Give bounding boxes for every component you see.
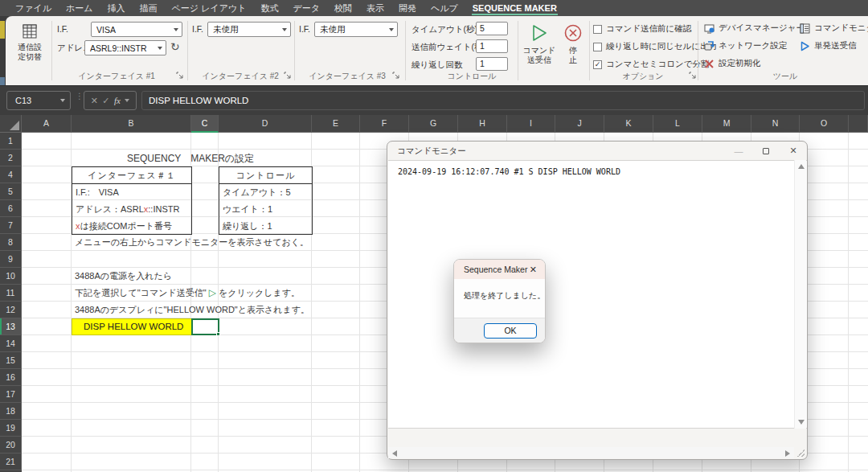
select-all-button[interactable] — [0, 115, 22, 133]
if3-dropdown[interactable]: 未使用 — [314, 22, 398, 37]
column-header-C[interactable]: C — [191, 115, 219, 133]
ribbon-tab-数式[interactable]: 数式 — [253, 0, 285, 16]
row-header-21[interactable]: 21 — [0, 454, 22, 470]
if1-address-dropdown[interactable]: ASRL9::INSTR — [84, 40, 166, 55]
if1-dialog-launcher-icon[interactable] — [176, 72, 184, 80]
ribbon-tab-ヘルプ[interactable]: ヘルプ — [424, 0, 465, 16]
row-header-12[interactable]: 12 — [0, 302, 22, 318]
ribbon-tab-sequence-maker[interactable]: SEQUENCE MAKER — [465, 0, 564, 16]
close-icon[interactable]: ✕ — [530, 265, 537, 275]
ribbon-tab-描画[interactable]: 描画 — [133, 0, 165, 16]
minimize-icon[interactable]: — — [725, 142, 752, 160]
row-header-17[interactable]: 17 — [0, 386, 22, 403]
column-header-F[interactable]: F — [360, 115, 409, 133]
column-header-B[interactable]: B — [72, 115, 191, 133]
tool-single-send-receive[interactable]: 単発送受信 — [800, 40, 857, 51]
column-header-N[interactable]: N — [751, 115, 800, 133]
if2-dialog-launcher-icon[interactable] — [284, 72, 292, 80]
ribbon-tab-ホーム[interactable]: ホーム — [59, 0, 100, 16]
scroll-down-icon[interactable] — [798, 420, 805, 425]
row-header-11[interactable]: 11 — [0, 285, 22, 302]
reset-settings-label: 設定初期化 — [719, 58, 761, 69]
column-header-D[interactable]: D — [219, 115, 312, 133]
monitor-title-bar[interactable]: コマンドモニター — ✕ — [387, 142, 807, 160]
comm-settings-toggle-button[interactable]: 通信設 定切替 — [11, 21, 48, 82]
control-box-row1: タイムアウト：5 — [219, 184, 312, 201]
formula-input[interactable]: DISP HELLOW WORLD — [141, 91, 865, 110]
ok-button[interactable]: OK — [484, 323, 537, 339]
stop-button[interactable]: 停 止 — [559, 21, 587, 82]
control-box-header: コントロール — [219, 167, 312, 184]
cancel-icon[interactable]: ✕ — [91, 96, 98, 106]
column-header-L[interactable]: L — [653, 115, 702, 133]
control-row-input-2[interactable]: 1 — [476, 57, 508, 71]
refresh-icon[interactable]: ↻ — [170, 40, 180, 53]
scroll-left-icon[interactable] — [392, 450, 397, 457]
row-header-13[interactable]: 13 — [0, 318, 22, 335]
row-header-15[interactable]: 15 — [0, 352, 22, 369]
scroll-right-icon[interactable] — [785, 450, 790, 457]
name-box[interactable]: C13 — [6, 91, 71, 110]
column-header-I[interactable]: I — [507, 115, 555, 133]
row-header-18[interactable]: 18 — [0, 403, 22, 420]
ribbon-tab-開発[interactable]: 開発 — [391, 0, 424, 16]
if2-dropdown[interactable]: 未使用 — [207, 22, 291, 37]
option-checkbox-0[interactable]: コマンド送信前に確認 — [593, 23, 691, 35]
dialog-title-bar[interactable]: Sequence Maker ✕ — [454, 260, 545, 279]
control-row-input-0[interactable]: 5 — [476, 22, 508, 35]
row-header-6[interactable]: 6 — [0, 200, 22, 217]
ribbon-tab-表示[interactable]: 表示 — [359, 0, 391, 16]
fill-handle[interactable] — [216, 332, 220, 336]
command-send-receive-button[interactable]: コマンド 送受信 — [521, 21, 558, 82]
horizontal-scrollbar[interactable] — [388, 447, 794, 458]
row-header-9[interactable]: 9 — [0, 251, 22, 268]
column-header-H[interactable]: H — [458, 115, 507, 133]
ribbon-tab-挿入[interactable]: 挿入 — [100, 0, 133, 16]
row-header-19[interactable]: 19 — [0, 420, 22, 437]
maximize-icon[interactable] — [752, 142, 780, 160]
ribbon-tab-ページ レイアウト[interactable]: ページ レイアウト — [165, 0, 254, 16]
column-header-J[interactable]: J — [555, 115, 604, 133]
scroll-up-icon[interactable] — [798, 164, 805, 169]
control-row-input-1[interactable]: 1 — [476, 39, 508, 53]
active-cell-C13[interactable] — [191, 318, 219, 335]
row-header-4[interactable]: 4 — [0, 166, 22, 183]
option-checkbox-2[interactable]: ✓コンマとセミコロンで分割 — [593, 59, 709, 70]
row-header-1[interactable]: 1 — [0, 133, 22, 150]
if3-dialog-launcher-icon[interactable] — [392, 72, 400, 80]
row-header-7[interactable]: 7 — [0, 217, 22, 234]
column-header-O[interactable]: O — [800, 115, 849, 133]
row-header-10[interactable]: 10 — [0, 268, 22, 285]
enter-icon[interactable]: ✓ — [102, 96, 109, 106]
column-header-K[interactable]: K — [604, 115, 653, 133]
if1-dropdown[interactable]: VISA — [91, 22, 182, 37]
highlighted-cell-B13[interactable]: DISP HELLOW WORLD — [72, 318, 192, 335]
column-header-E[interactable]: E — [312, 115, 360, 133]
ribbon-tab-ファイル[interactable]: ファイル — [8, 0, 59, 16]
tool-reset-settings[interactable]: 設定初期化 — [704, 58, 761, 69]
column-header-M[interactable]: M — [702, 115, 751, 133]
formula-bar-grip[interactable]: ⋮ — [76, 94, 84, 99]
vertical-scrollbar[interactable] — [794, 160, 806, 429]
close-icon[interactable]: ✕ — [780, 142, 807, 160]
tool-network-settings[interactable]: ネットワーク設定 — [704, 40, 787, 51]
ribbon-tab-データ[interactable]: データ — [285, 0, 327, 16]
row-header-8[interactable]: 8 — [0, 234, 22, 251]
column-header-G[interactable]: G — [409, 115, 458, 133]
option-checkbox-1[interactable]: 繰り返し時に同じセルに出力 — [593, 41, 717, 52]
command-monitor-label: コマンドモニター — [814, 23, 868, 34]
interface-box-row2: アドレス：ASRLx::INSTR — [72, 201, 191, 218]
stop-circle-x-icon — [563, 23, 583, 43]
row-header-5[interactable]: 5 — [0, 183, 22, 200]
row-header-2[interactable]: 2 — [0, 150, 22, 166]
resize-grip[interactable] — [797, 449, 805, 457]
row-header-16[interactable]: 16 — [0, 369, 22, 386]
ribbon-tab-校閲[interactable]: 校閲 — [327, 0, 359, 16]
options-dialog-launcher-icon[interactable] — [689, 72, 697, 80]
insert-function-icon[interactable]: fx — [114, 96, 121, 105]
tool-device-manager[interactable]: デバイスマネージャー — [704, 23, 805, 34]
row-header-14[interactable]: 14 — [0, 335, 22, 352]
tool-command-monitor[interactable]: コマンドモニター — [800, 23, 868, 34]
row-header-20[interactable]: 20 — [0, 437, 22, 454]
column-header-A[interactable]: A — [22, 115, 72, 133]
